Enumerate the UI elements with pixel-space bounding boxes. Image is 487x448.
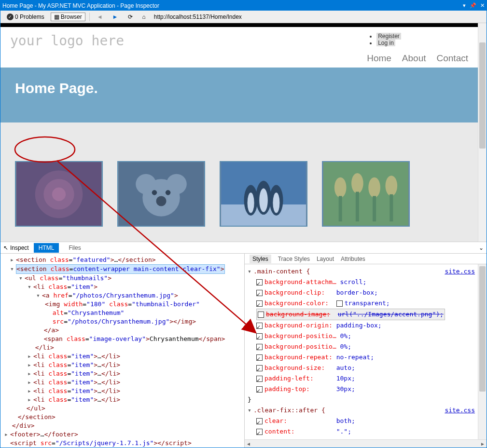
devtools-panel: ↖Inspect HTML Files ⌄ ▸<section class="f… [0,242,487,448]
inspect-button[interactable]: ↖Inspect [3,244,29,251]
styles-scrollbar[interactable] [478,264,487,439]
page-header: your logo here Register Log in Home Abou… [0,27,478,68]
forward-icon[interactable]: ► [109,13,122,21]
tab-html[interactable]: HTML [34,243,59,253]
viewport-scrollbar[interactable] [478,23,487,242]
main-nav: Home About Contact [367,53,468,64]
css-checkbox[interactable] [256,344,263,350]
register-link[interactable]: Register [376,33,401,40]
cursor-icon: ↖ [3,244,8,251]
tab-files[interactable]: Files [64,243,85,253]
pin-icon[interactable]: 📌 [470,2,476,9]
styles-panel: Styles Trace Styles Layout Attributes ▾.… [245,254,487,448]
thumbnail-tulips[interactable] [322,161,410,227]
browser-button[interactable]: ▦ Browser [51,13,85,21]
css-checkbox[interactable] [256,429,263,435]
browser-icon: ▦ [54,14,59,20]
home-icon[interactable]: ⌂ [139,13,149,21]
css-checkbox[interactable] [256,386,263,393]
css-checkbox[interactable] [256,279,263,285]
css-checkbox[interactable] [256,300,263,307]
thumbnail-flower[interactable] [15,161,103,227]
tab-trace-styles[interactable]: Trace Styles [278,256,310,262]
toolbar: ✓ 0 Problems ▦ Browser ◄ ► ⟳ ⌂ http://lo… [0,11,487,23]
window-titlebar: Home Page - My ASP.NET MVC Application -… [0,0,487,11]
hero-banner: Home Page. [0,68,478,122]
chevron-down-icon[interactable]: ⌄ [479,244,484,251]
source-link[interactable]: site.css [445,266,475,277]
tab-attributes[interactable]: Attributes [341,256,365,262]
close-icon[interactable]: ✕ [480,2,485,9]
source-link[interactable]: site.css [445,405,475,416]
thumbnail-penguins[interactable] [220,161,307,227]
dropdown-icon[interactable]: ▾ [463,2,466,9]
css-checkbox-unchecked[interactable] [258,312,264,318]
css-checkbox[interactable] [256,376,263,382]
browser-viewport: your logo here Register Log in Home Abou… [0,23,487,242]
tab-layout[interactable]: Layout [317,256,334,262]
url-field[interactable]: http://localhost:51137/Home/Index [152,13,484,21]
css-rules[interactable]: ▾.main-content {site.css background-atta… [245,264,478,439]
css-checkbox[interactable] [256,365,263,371]
dom-tree[interactable]: ▸<section class="featured">…</section> ▾… [0,254,245,448]
css-checkbox[interactable] [256,418,263,424]
css-checkbox[interactable] [256,354,263,361]
thumbnail-gallery [0,122,478,236]
refresh-icon[interactable]: ⟳ [125,13,136,21]
login-link[interactable]: Log in [376,40,395,46]
css-checkbox[interactable] [256,290,263,296]
css-checkbox[interactable] [256,333,263,339]
back-icon[interactable]: ◄ [94,13,106,21]
nav-contact[interactable]: Contact [437,53,468,64]
tab-styles[interactable]: Styles [250,255,271,263]
logo-placeholder: your logo here [10,33,124,49]
nav-home[interactable]: Home [367,53,391,64]
page-topbar [0,23,478,27]
check-icon: ✓ [7,14,14,20]
thumbnail-koala[interactable] [117,161,205,227]
window-title: Home Page - My ASP.NET MVC Application -… [2,2,463,9]
styles-hscrollbar[interactable]: ◄► [245,439,487,448]
problems-button[interactable]: ✓ 0 Problems [3,13,48,21]
toolbar-separator [89,13,90,21]
css-checkbox[interactable] [256,323,263,329]
page-title: Home Page. [15,80,463,96]
nav-about[interactable]: About [402,53,426,64]
